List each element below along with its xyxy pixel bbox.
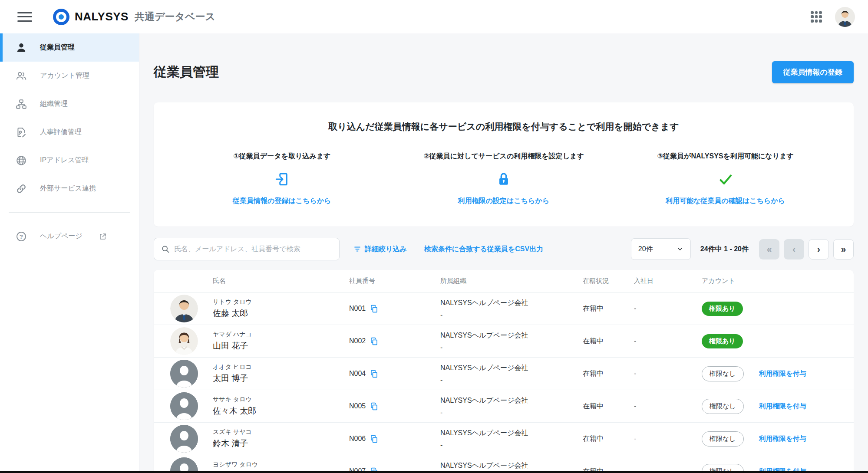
- lock-icon: [496, 172, 511, 187]
- table-row[interactable]: オオタ ヒロコ 太田 博子 N004 NALYSYSヘルプページ会社- 在籍中 …: [154, 358, 854, 390]
- search-input[interactable]: [174, 245, 332, 253]
- brand-suffix: 共通データベース: [135, 10, 215, 23]
- table-row[interactable]: ヨシザワ タロウ 吉沢 太郎 N007 NALYSYSヘルプページ会社- 在籍中…: [154, 455, 854, 473]
- sidebar-item-label: アカウント管理: [40, 71, 89, 80]
- prev-page-button[interactable]: ‹: [784, 239, 804, 259]
- apps-grid-icon[interactable]: [811, 11, 822, 23]
- account-status-badge: 権限なし: [702, 399, 744, 414]
- advanced-filter-button[interactable]: 詳細絞り込み: [353, 245, 407, 254]
- sidebar-item-external-services[interactable]: 外部サービス連携: [0, 174, 139, 203]
- sidebar-item-organization-management[interactable]: 組織管理: [0, 90, 139, 118]
- last-page-button[interactable]: »: [833, 239, 854, 259]
- employee-name: 佐藤 太郎: [213, 308, 252, 319]
- table-row[interactable]: サトウ タロウ 佐藤 太郎 N001 NALYSYSヘルプページ会社- 在籍中 …: [154, 292, 854, 325]
- employee-kana: オオタ ヒロコ: [213, 363, 252, 371]
- set-permission-link[interactable]: 利用権限の設定はこちらから: [458, 197, 550, 206]
- page-title: 従業員管理: [154, 63, 219, 81]
- check-icon: [718, 172, 733, 187]
- hamburger-menu-icon[interactable]: [17, 12, 32, 22]
- organization-sub: -: [440, 376, 583, 384]
- next-page-button[interactable]: ›: [809, 239, 829, 259]
- organization-name: NALYSYSヘルプページ会社: [440, 331, 583, 340]
- copy-icon[interactable]: [370, 337, 379, 346]
- sidebar-item-label: 組織管理: [40, 99, 68, 108]
- grant-permission-link[interactable]: 利用権限を付与: [759, 402, 806, 410]
- sidebar-item-hr-evaluation[interactable]: 人事評価管理: [0, 118, 139, 146]
- table-row[interactable]: スズキ サヤコ 鈴木 清子 N006 NALYSYSヘルプページ会社- 在籍中 …: [154, 423, 854, 455]
- organization-sub: -: [440, 409, 583, 417]
- sidebar-item-ip-address[interactable]: IPアドレス管理: [0, 146, 139, 174]
- column-header-hire-date: 入社日: [634, 277, 702, 285]
- avatar: [170, 425, 198, 453]
- result-range-label: 24件中 1 - 20件: [700, 245, 749, 254]
- employee-no: N004: [349, 370, 366, 378]
- hire-date: -: [634, 370, 702, 378]
- csv-export-link[interactable]: 検索条件に合致する従業員をCSV出力: [424, 245, 543, 254]
- sidebar-divider: [9, 212, 130, 213]
- employee-table: 氏名 社員番号 所属組織 在籍状況 入社日 アカウント サトウ タロウ 佐藤 太…: [154, 270, 854, 473]
- column-header-name: 氏名: [170, 277, 349, 285]
- sidebar-item-label: 人事評価管理: [40, 128, 82, 137]
- step-title: ③従業員がNALYSYSを利用可能になります: [657, 152, 794, 161]
- step-title: ②従業員に対してサービスの利用権限を設定します: [423, 152, 584, 161]
- search-icon: [161, 245, 170, 253]
- hire-date: -: [634, 337, 702, 345]
- employee-name: 鈴木 清子: [213, 438, 252, 449]
- enrollment-status: 在籍中: [583, 402, 634, 411]
- employee-no: N002: [349, 337, 366, 345]
- sidebar-item-help-page[interactable]: ヘルプページ: [0, 222, 139, 250]
- employee-kana: ヨシザワ タロウ: [213, 461, 258, 469]
- column-header-organization: 所属組織: [440, 277, 583, 285]
- brand[interactable]: NALYSYS 共通データベース: [53, 9, 215, 25]
- enrollment-status: 在籍中: [583, 337, 634, 346]
- employee-name: 太田 博子: [213, 373, 252, 384]
- sidebar-item-account-management[interactable]: アカウント管理: [0, 62, 139, 90]
- sidebar-item-label: 従業員管理: [40, 43, 75, 52]
- user-avatar[interactable]: [835, 7, 855, 27]
- employee-no: N001: [349, 305, 366, 312]
- enrollment-status: 在籍中: [583, 434, 634, 443]
- organization-name: NALYSYSヘルプページ会社: [440, 364, 583, 373]
- onboarding-heading: 取り込んだ従業員情報に各サービスの利用権限を付与することで利用を開始できます: [171, 121, 836, 133]
- document-edit-icon: [16, 127, 27, 138]
- first-page-button[interactable]: «: [759, 239, 779, 259]
- copy-icon[interactable]: [370, 434, 379, 443]
- grant-permission-link[interactable]: 利用権限を付与: [759, 370, 806, 377]
- column-header-employee-no: 社員番号: [349, 277, 440, 285]
- onboarding-step-2: ②従業員に対してサービスの利用権限を設定します 利用権限の設定はこちらから: [393, 152, 615, 206]
- per-page-select[interactable]: 20件: [631, 238, 691, 260]
- filter-icon: [353, 245, 361, 253]
- top-bar: NALYSYS 共通データベース: [0, 0, 868, 33]
- external-link-icon: [99, 233, 107, 240]
- sidebar-item-employee-management[interactable]: 従業員管理: [0, 33, 139, 62]
- register-employee-link[interactable]: 従業員情報の登録はこちらから: [233, 197, 331, 206]
- organization-sub: -: [440, 441, 583, 449]
- search-box: [154, 238, 340, 260]
- hire-date: -: [634, 402, 702, 410]
- copy-icon[interactable]: [370, 402, 379, 411]
- people-icon: [16, 70, 27, 82]
- table-row[interactable]: ヤマダ ハナコ 山田 花子 N002 NALYSYSヘルプページ会社- 在籍中 …: [154, 325, 854, 358]
- confirm-employee-link[interactable]: 利用可能な従業員の確認はこちらから: [666, 197, 785, 206]
- register-employee-button[interactable]: 従業員情報の登録: [772, 61, 854, 83]
- account-status-badge: 権限あり: [702, 302, 743, 316]
- copy-icon[interactable]: [370, 369, 379, 378]
- employee-name: 山田 花子: [213, 340, 252, 351]
- import-icon: [274, 172, 289, 187]
- employee-name: 佐々木 太郎: [213, 405, 256, 417]
- organization-name: NALYSYSヘルプページ会社: [440, 396, 583, 405]
- onboarding-step-3: ③従業員がNALYSYSを利用可能になります 利用可能な従業員の確認はこちらから: [614, 152, 836, 206]
- sidebar-item-label: 外部サービス連携: [40, 184, 96, 193]
- screen-bottom-edge: [0, 471, 868, 473]
- enrollment-status: 在籍中: [583, 304, 634, 313]
- avatar: [170, 327, 198, 355]
- copy-icon[interactable]: [370, 304, 379, 313]
- step-title: ①従業員データを取り込みます: [233, 152, 330, 161]
- person-icon: [16, 42, 27, 53]
- avatar: [170, 295, 198, 322]
- grant-permission-link[interactable]: 利用権限を付与: [759, 435, 806, 442]
- column-header-status: 在籍状況: [583, 277, 634, 285]
- table-row[interactable]: ササキ タロウ 佐々木 太郎 N005 NALYSYSヘルプページ会社- 在籍中…: [154, 390, 854, 423]
- globe-icon: [16, 155, 27, 166]
- hire-date: -: [634, 435, 702, 443]
